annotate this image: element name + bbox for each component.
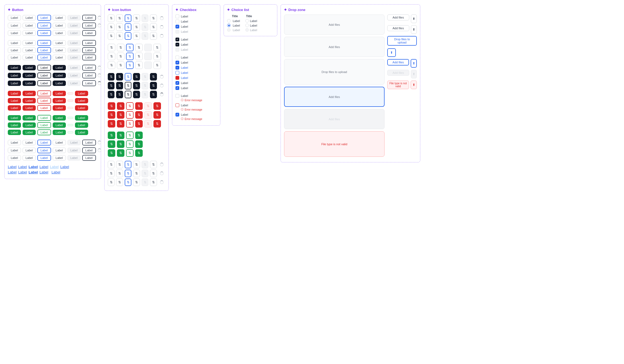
radio-4[interactable]	[245, 24, 249, 27]
checkbox-3[interactable]	[175, 25, 179, 28]
btn-g13[interactable]: Label	[8, 55, 21, 60]
btn-gr14[interactable]: Label	[23, 130, 36, 135]
icon-btn-gn5[interactable]: ⇅	[108, 140, 115, 148]
btn-g2-14[interactable]: Label	[23, 155, 36, 161]
icon-btn-bk18[interactable]: ⇅	[150, 91, 157, 98]
btn-link-9[interactable]: Label	[28, 170, 38, 174]
icon-btn-8[interactable]: ⇅	[116, 23, 123, 31]
icon-btn-rd10[interactable]: ⇅	[135, 111, 143, 119]
icon-btn-bk1[interactable]: ⇅	[108, 73, 114, 81]
icon-btn-7[interactable]: ⇅	[108, 23, 114, 31]
icon-btn-24[interactable]: ⇅	[153, 44, 161, 51]
btn-g2-1[interactable]: Label	[8, 140, 21, 145]
icon-btn-bk16[interactable]: ⇅	[133, 91, 140, 98]
btn-g2-6[interactable]: Label	[82, 140, 96, 145]
btn-g9[interactable]: Label	[37, 47, 51, 53]
btn-g2-15[interactable]: Label	[37, 155, 51, 161]
btn-b8[interactable]: Label	[23, 73, 36, 78]
checkbox-9[interactable]	[175, 61, 179, 64]
icon-btn-bk8[interactable]: ⇅	[116, 82, 123, 89]
btn-gr1[interactable]: Label	[8, 115, 21, 121]
btn-r1[interactable]: Label	[8, 91, 21, 96]
btn-g15[interactable]: Label	[37, 54, 51, 60]
btn-b13[interactable]: Label	[8, 81, 21, 86]
icon-btn-3[interactable]: ⇅	[125, 14, 132, 22]
icon-btn-gh6[interactable]: ⇅	[150, 161, 157, 168]
icon-btn-16[interactable]: ⇅	[133, 32, 140, 40]
btn-default-3[interactable]: Label	[53, 15, 66, 20]
icon-btn-bk15[interactable]: ⇅	[125, 91, 132, 98]
btn-link-3[interactable]: Label	[28, 165, 38, 169]
btn-gr9[interactable]: Label	[37, 122, 51, 128]
icon-btn-gn2[interactable]: ⇅	[117, 132, 124, 139]
btn-g2-8[interactable]: Label	[23, 148, 36, 153]
radio-2[interactable]	[245, 19, 249, 23]
btn-gr12[interactable]: Label	[75, 122, 88, 128]
btn-r10[interactable]: Label	[53, 98, 66, 103]
btn-gr8[interactable]: Label	[23, 122, 36, 128]
icon-btn-gh4[interactable]: ⇅	[133, 161, 140, 168]
icon-btn-bk13[interactable]: ⇅	[108, 91, 114, 98]
checkbox-14[interactable]: ✓	[175, 86, 179, 90]
icon-btn-gh7[interactable]: ⇅	[108, 170, 114, 177]
icon-btn-gh9[interactable]: ⇅	[125, 170, 132, 177]
checkbox-5[interactable]	[175, 38, 179, 41]
btn-g2-16[interactable]: Label	[53, 155, 66, 161]
icon-btn-gh18[interactable]: ⇅	[150, 179, 157, 186]
btn-gr7[interactable]: Label	[8, 122, 21, 128]
icon-btn-gn4[interactable]: ⇅	[135, 132, 143, 139]
btn-b2[interactable]: Label	[23, 65, 36, 70]
btn-link-1[interactable]: Label	[8, 165, 17, 169]
btn-r9[interactable]: Label	[37, 98, 51, 104]
btn-link-6[interactable]: Label	[60, 165, 69, 169]
btn-dark-1[interactable]: Label	[82, 15, 96, 21]
btn-r15[interactable]: Label	[37, 105, 51, 111]
icon-btn-gn9[interactable]: ⇅	[108, 149, 115, 157]
btn-b4[interactable]: Label	[53, 65, 66, 70]
checkbox-12[interactable]	[175, 76, 179, 80]
icon-btn-28[interactable]: ⇅	[135, 53, 143, 60]
icon-btn-6[interactable]: ⇅	[150, 14, 157, 22]
icon-btn-gn12[interactable]: ⇅	[135, 149, 143, 157]
icon-btn-20[interactable]: ⇅	[117, 44, 124, 51]
checkbox-1[interactable]	[175, 14, 179, 18]
btn-r4[interactable]: Label	[53, 91, 66, 96]
btn-link-4[interactable]: Label	[40, 165, 48, 169]
icon-btn-bk12[interactable]: ⇅	[150, 82, 157, 89]
checkbox-8[interactable]	[175, 56, 179, 59]
btn-g14[interactable]: Label	[23, 55, 36, 60]
icon-btn-33[interactable]: ⇅	[126, 61, 134, 69]
icon-btn-1[interactable]: ⇅	[108, 14, 114, 22]
dropzone-normal-1[interactable]: Add files	[284, 14, 385, 35]
btn-g10[interactable]: Label	[53, 48, 66, 53]
btn-b9[interactable]: Label	[37, 72, 51, 78]
btn-gr16[interactable]: Label	[53, 130, 66, 135]
btn-g7[interactable]: Label	[8, 48, 21, 53]
side-add-files-3[interactable]: Drop files to upload	[387, 36, 417, 46]
btn-b1[interactable]: Label	[8, 65, 21, 70]
icon-btn-bk7[interactable]: ⇅	[108, 82, 114, 89]
btn-gr18[interactable]: Label	[75, 130, 88, 135]
btn-r7[interactable]: Label	[8, 98, 21, 103]
dropzone-error[interactable]: File type is not valid	[284, 131, 385, 157]
icon-btn-rd4[interactable]: ⇅	[135, 102, 143, 110]
btn-gr10[interactable]: Label	[53, 122, 66, 128]
icon-btn-gn11[interactable]: ⇅	[126, 149, 134, 157]
icon-btn-gh8[interactable]: ⇅	[116, 170, 123, 177]
icon-btn-19[interactable]: ⇅	[108, 44, 115, 51]
icon-btn-rd1[interactable]: ⇅	[108, 102, 115, 110]
btn-r18[interactable]: Label	[75, 105, 88, 111]
icon-btn-rd9[interactable]: ⇅	[126, 111, 134, 119]
icon-btn-15[interactable]: ⇅	[125, 32, 132, 40]
btn-link-12[interactable]: Label	[52, 170, 60, 174]
btn-r3[interactable]: Label	[37, 90, 51, 96]
btn-r8[interactable]: Label	[23, 98, 36, 103]
btn-link-8[interactable]: Label	[18, 170, 27, 174]
icon-btn-gn1[interactable]: ⇅	[108, 132, 115, 139]
icon-btn-bk6[interactable]: ⇅	[150, 73, 157, 81]
icon-btn-rd3[interactable]: ⇅	[126, 102, 134, 110]
icon-btn-gn8[interactable]: ⇅	[135, 140, 143, 148]
btn-b12[interactable]: Label	[82, 72, 96, 78]
btn-default-4[interactable]: Label	[8, 23, 21, 28]
btn-default-7[interactable]: Label	[8, 30, 21, 36]
